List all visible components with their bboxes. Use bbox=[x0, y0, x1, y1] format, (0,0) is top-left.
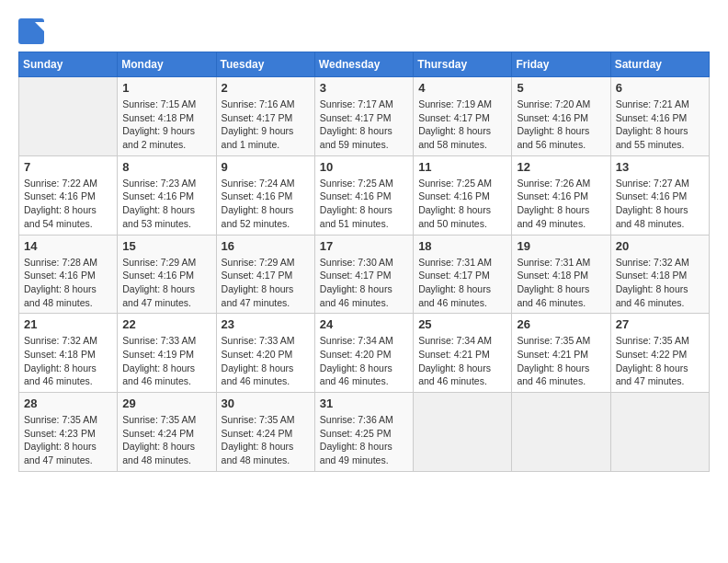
calendar-cell bbox=[19, 77, 118, 156]
day-info: Sunrise: 7:19 AMSunset: 4:17 PMDaylight:… bbox=[418, 98, 506, 152]
calendar-cell: 1Sunrise: 7:15 AMSunset: 4:18 PMDaylight… bbox=[118, 77, 216, 156]
sunrise: Sunrise: 7:35 AM bbox=[616, 335, 689, 346]
day-number: 19 bbox=[517, 239, 605, 253]
sunset: Sunset: 4:24 PM bbox=[222, 428, 293, 439]
day-info: Sunrise: 7:31 AMSunset: 4:18 PMDaylight:… bbox=[517, 256, 605, 310]
day-number: 10 bbox=[320, 160, 408, 174]
sunrise: Sunrise: 7:31 AM bbox=[418, 257, 492, 268]
daylight-hours: Daylight: 8 hours and 46 minutes. bbox=[616, 283, 688, 308]
day-info: Sunrise: 7:33 AMSunset: 4:19 PMDaylight:… bbox=[122, 334, 210, 388]
sunrise: Sunrise: 7:17 AM bbox=[320, 98, 393, 109]
calendar-cell: 20Sunrise: 7:32 AMSunset: 4:18 PMDayligh… bbox=[610, 235, 709, 314]
calendar-week-4: 28Sunrise: 7:35 AMSunset: 4:23 PMDayligh… bbox=[19, 393, 710, 472]
sunset: Sunset: 4:16 PM bbox=[616, 112, 688, 123]
daylight-hours: Daylight: 8 hours and 48 minutes. bbox=[24, 283, 97, 308]
sunset: Sunset: 4:18 PM bbox=[24, 349, 96, 360]
daylight-hours: Daylight: 8 hours and 47 minutes. bbox=[24, 441, 97, 465]
sunrise: Sunrise: 7:25 AM bbox=[320, 178, 393, 189]
sunset: Sunset: 4:16 PM bbox=[122, 270, 194, 281]
page-header bbox=[18, 18, 710, 44]
daylight-hours: Daylight: 8 hours and 48 minutes. bbox=[122, 441, 195, 465]
daylight-hours: Daylight: 8 hours and 51 minutes. bbox=[320, 204, 392, 229]
day-info: Sunrise: 7:34 AMSunset: 4:21 PMDaylight:… bbox=[418, 334, 506, 388]
day-info: Sunrise: 7:30 AMSunset: 4:17 PMDaylight:… bbox=[320, 256, 408, 310]
calendar-cell: 26Sunrise: 7:35 AMSunset: 4:21 PMDayligh… bbox=[512, 314, 610, 393]
sunrise: Sunrise: 7:32 AM bbox=[24, 335, 97, 346]
daylight-hours: Daylight: 8 hours and 46 minutes. bbox=[517, 283, 589, 308]
sunset: Sunset: 4:19 PM bbox=[122, 349, 194, 360]
day-number: 6 bbox=[616, 81, 704, 95]
sunrise: Sunrise: 7:34 AM bbox=[418, 335, 492, 346]
header-monday: Monday bbox=[118, 52, 216, 77]
header-wednesday: Wednesday bbox=[314, 52, 413, 77]
calendar-cell bbox=[512, 393, 610, 472]
header-friday: Friday bbox=[512, 52, 610, 77]
header-tuesday: Tuesday bbox=[216, 52, 314, 77]
sunrise: Sunrise: 7:35 AM bbox=[24, 414, 97, 425]
day-info: Sunrise: 7:23 AMSunset: 4:16 PMDaylight:… bbox=[122, 177, 210, 231]
day-info: Sunrise: 7:32 AMSunset: 4:18 PMDaylight:… bbox=[24, 334, 112, 388]
day-info: Sunrise: 7:33 AMSunset: 4:20 PMDaylight:… bbox=[222, 334, 310, 388]
sunrise: Sunrise: 7:22 AM bbox=[24, 178, 97, 189]
day-number: 8 bbox=[122, 160, 210, 174]
daylight-hours: Daylight: 8 hours and 46 minutes. bbox=[320, 362, 392, 387]
day-number: 29 bbox=[122, 396, 210, 410]
sunrise: Sunrise: 7:26 AM bbox=[517, 178, 590, 189]
day-number: 27 bbox=[616, 317, 704, 331]
calendar-cell: 30Sunrise: 7:35 AMSunset: 4:24 PMDayligh… bbox=[216, 393, 314, 472]
sunrise: Sunrise: 7:27 AM bbox=[616, 178, 689, 189]
calendar-cell: 21Sunrise: 7:32 AMSunset: 4:18 PMDayligh… bbox=[19, 314, 118, 393]
calendar-cell: 3Sunrise: 7:17 AMSunset: 4:17 PMDaylight… bbox=[314, 77, 413, 156]
daylight-hours: Daylight: 8 hours and 46 minutes. bbox=[418, 283, 491, 308]
calendar-cell bbox=[610, 393, 709, 472]
daylight-hours: Daylight: 8 hours and 47 minutes. bbox=[222, 283, 294, 308]
sunset: Sunset: 4:17 PM bbox=[320, 112, 392, 123]
day-number: 23 bbox=[222, 317, 310, 331]
sunset: Sunset: 4:16 PM bbox=[418, 190, 490, 201]
daylight-hours: Daylight: 8 hours and 59 minutes. bbox=[320, 125, 392, 150]
sunset: Sunset: 4:18 PM bbox=[517, 270, 588, 281]
sunset: Sunset: 4:17 PM bbox=[418, 270, 490, 281]
calendar-cell: 16Sunrise: 7:29 AMSunset: 4:17 PMDayligh… bbox=[216, 235, 314, 314]
day-number: 15 bbox=[122, 239, 210, 253]
sunrise: Sunrise: 7:28 AM bbox=[24, 257, 97, 268]
day-info: Sunrise: 7:36 AMSunset: 4:25 PMDaylight:… bbox=[320, 413, 408, 467]
daylight-hours: Daylight: 8 hours and 56 minutes. bbox=[517, 125, 589, 150]
day-info: Sunrise: 7:26 AMSunset: 4:16 PMDaylight:… bbox=[517, 177, 605, 231]
logo-icon bbox=[18, 18, 44, 44]
day-number: 5 bbox=[517, 81, 605, 95]
calendar-cell: 2Sunrise: 7:16 AMSunset: 4:17 PMDaylight… bbox=[216, 77, 314, 156]
calendar-cell: 9Sunrise: 7:24 AMSunset: 4:16 PMDaylight… bbox=[216, 155, 314, 235]
calendar-week-1: 7Sunrise: 7:22 AMSunset: 4:16 PMDaylight… bbox=[19, 155, 710, 235]
header-thursday: Thursday bbox=[414, 52, 512, 77]
sunset: Sunset: 4:16 PM bbox=[24, 190, 96, 201]
day-number: 1 bbox=[122, 81, 210, 95]
daylight-hours: Daylight: 9 hours and 2 minutes. bbox=[122, 125, 195, 150]
calendar-cell bbox=[414, 393, 512, 472]
daylight-hours: Daylight: 8 hours and 49 minutes. bbox=[320, 441, 392, 465]
calendar-body: 1Sunrise: 7:15 AMSunset: 4:18 PMDaylight… bbox=[19, 77, 710, 472]
sunrise: Sunrise: 7:35 AM bbox=[122, 414, 196, 425]
sunrise: Sunrise: 7:24 AM bbox=[222, 178, 295, 189]
calendar-cell: 12Sunrise: 7:26 AMSunset: 4:16 PMDayligh… bbox=[512, 155, 610, 235]
sunset: Sunset: 4:16 PM bbox=[517, 190, 588, 201]
sunrise: Sunrise: 7:29 AM bbox=[122, 257, 196, 268]
day-number: 2 bbox=[222, 81, 310, 95]
daylight-hours: Daylight: 8 hours and 46 minutes. bbox=[418, 362, 491, 387]
day-info: Sunrise: 7:28 AMSunset: 4:16 PMDaylight:… bbox=[24, 256, 112, 310]
day-number: 13 bbox=[616, 160, 704, 174]
header-sunday: Sunday bbox=[19, 52, 118, 77]
calendar-cell: 17Sunrise: 7:30 AMSunset: 4:17 PMDayligh… bbox=[314, 235, 413, 314]
day-number: 25 bbox=[418, 317, 506, 331]
sunset: Sunset: 4:16 PM bbox=[517, 112, 588, 123]
sunset: Sunset: 4:21 PM bbox=[418, 349, 490, 360]
day-info: Sunrise: 7:27 AMSunset: 4:16 PMDaylight:… bbox=[616, 177, 704, 231]
day-info: Sunrise: 7:22 AMSunset: 4:16 PMDaylight:… bbox=[24, 177, 112, 231]
day-number: 20 bbox=[616, 239, 704, 253]
daylight-hours: Daylight: 8 hours and 47 minutes. bbox=[616, 362, 688, 387]
daylight-hours: Daylight: 8 hours and 46 minutes. bbox=[517, 362, 589, 387]
sunset: Sunset: 4:20 PM bbox=[222, 349, 293, 360]
daylight-hours: Daylight: 8 hours and 52 minutes. bbox=[222, 204, 294, 229]
calendar-cell: 5Sunrise: 7:20 AMSunset: 4:16 PMDaylight… bbox=[512, 77, 610, 156]
logo bbox=[18, 18, 46, 44]
